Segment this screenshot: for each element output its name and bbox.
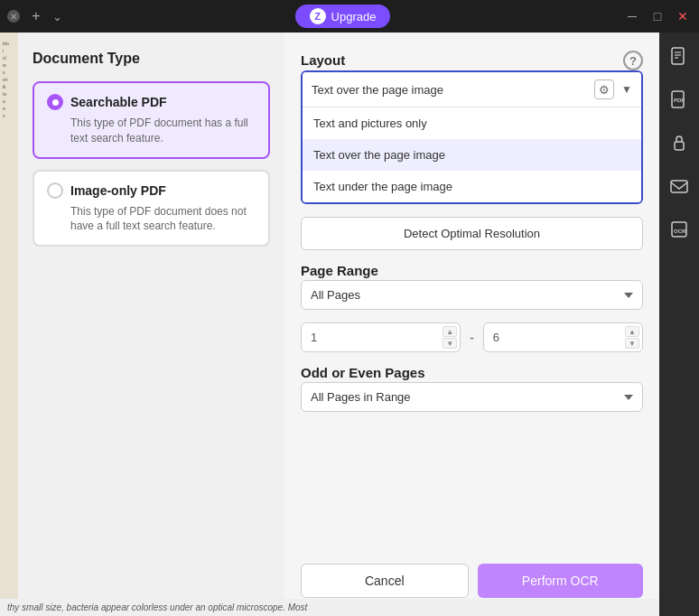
sidebar-pdf-icon[interactable]: PDF	[665, 85, 694, 114]
page-range-select[interactable]: All Pages Custom	[301, 280, 643, 310]
odd-even-section: Odd or Even Pages All Pages in Range Odd…	[301, 365, 643, 412]
range-from-down[interactable]: ▼	[443, 338, 457, 349]
searchable-pdf-label: Searchable PDF	[70, 95, 167, 109]
detect-resolution-button[interactable]: Detect Optimal Resolution	[301, 217, 643, 250]
image-only-pdf-desc: This type of PDF document does not have …	[70, 204, 256, 235]
radio-inner	[52, 99, 59, 106]
close-button[interactable]: ✕	[674, 7, 692, 25]
svg-text:PDF: PDF	[674, 98, 685, 103]
bottom-text: thy small size, bacteria appear colorles…	[0, 599, 659, 616]
svg-rect-0	[672, 48, 684, 64]
sidebar-mail-icon[interactable]	[665, 172, 694, 201]
upgrade-button[interactable]: Z Upgrade	[295, 5, 391, 28]
preview-text: bloislwseniliteaes	[0, 33, 18, 126]
svg-rect-7	[671, 181, 687, 192]
range-to-wrap: ▲ ▼	[483, 322, 643, 352]
odd-even-select[interactable]: All Pages in Range Odd Pages Even Pages	[301, 382, 643, 412]
upgrade-label: Upgrade	[331, 10, 377, 23]
range-from-wrap: ▲ ▼	[301, 322, 461, 352]
image-only-pdf-header: Image-only PDF	[47, 182, 256, 199]
range-from-input[interactable]	[301, 322, 461, 352]
layout-option-text-under[interactable]: Text under the page image	[303, 171, 641, 202]
main-content: bloislwseniliteaes Document Type Searcha…	[0, 33, 699, 616]
searchable-pdf-option[interactable]: Searchable PDF This type of PDF document…	[33, 81, 270, 159]
searchable-radio[interactable]	[47, 94, 63, 110]
perform-ocr-button[interactable]: Perform OCR	[478, 564, 644, 598]
range-from-spinners: ▲ ▼	[443, 326, 457, 349]
range-to-input[interactable]	[483, 322, 643, 352]
layout-dropdown-container: Text over the page image ⚙ ▼ Text and pi…	[301, 70, 643, 204]
range-to-down[interactable]: ▼	[625, 338, 639, 349]
svg-rect-6	[675, 142, 684, 150]
image-only-radio[interactable]	[47, 182, 63, 199]
gear-icon[interactable]: ⚙	[594, 79, 614, 99]
title-bar: ✕ + ⌄ Z Upgrade ─ □ ✕	[0, 0, 699, 33]
page-number-range: ▲ ▼ - ▲ ▼	[301, 322, 643, 352]
page-range-section: Page Range All Pages Custom	[301, 263, 643, 310]
cancel-button[interactable]: Cancel	[301, 564, 469, 598]
document-preview: bloislwseniliteaes	[0, 33, 18, 616]
tab-chevron[interactable]: ⌄	[52, 10, 62, 23]
svg-text:OCR: OCR	[674, 229, 686, 234]
searchable-pdf-header: Searchable PDF	[47, 94, 256, 110]
minimize-button[interactable]: ─	[623, 7, 641, 25]
range-from-up[interactable]: ▲	[443, 326, 457, 337]
left-panel: Document Type Searchable PDF This type o…	[18, 33, 284, 616]
chevron-down-icon: ▼	[621, 83, 632, 96]
panel-title: Document Type	[33, 51, 270, 67]
layout-dropdown-list: Text and pictures only Text over the pag…	[303, 107, 641, 202]
range-to-up[interactable]: ▲	[625, 326, 639, 337]
action-buttons: Cancel Perform OCR	[301, 556, 643, 598]
odd-even-title: Odd or Even Pages	[301, 365, 643, 380]
title-bar-left: ✕ + ⌄	[7, 7, 62, 25]
title-bar-center: Z Upgrade	[295, 5, 391, 28]
sidebar-ocr-icon[interactable]: OCR	[665, 215, 694, 244]
upgrade-logo: Z	[310, 8, 326, 24]
image-only-pdf-label: Image-only PDF	[70, 183, 166, 198]
range-dash: -	[470, 331, 474, 345]
layout-option-text-over[interactable]: Text over the page image	[303, 139, 641, 171]
layout-dropdown-open: Text over the page image ⚙ ▼ Text and pi…	[301, 70, 643, 204]
tab-add-button[interactable]: +	[27, 7, 45, 25]
right-sidebar: PDF OCR	[659, 33, 699, 616]
help-icon[interactable]: ?	[623, 51, 643, 70]
page-range-title: Page Range	[301, 263, 643, 278]
maximize-button[interactable]: □	[648, 7, 666, 25]
layout-dropdown-trigger[interactable]: Text over the page image ⚙ ▼	[303, 72, 641, 107]
layout-header: Layout ?	[301, 51, 643, 70]
right-panel: Layout ? Text over the page image ⚙ ▼ Te…	[284, 33, 659, 616]
layout-title: Layout	[301, 52, 345, 68]
title-bar-right: ─ □ ✕	[623, 7, 692, 25]
dropdown-trigger-right: ⚙ ▼	[594, 79, 632, 99]
sidebar-lock-icon[interactable]	[665, 128, 694, 157]
tab-close-button[interactable]: ✕	[7, 10, 20, 23]
layout-selected-text: Text over the page image	[312, 83, 443, 97]
layout-option-text-pictures[interactable]: Text and pictures only	[303, 107, 641, 139]
sidebar-doc-icon[interactable]	[665, 42, 694, 70]
image-only-pdf-option[interactable]: Image-only PDF This type of PDF document…	[33, 170, 270, 247]
searchable-pdf-desc: This type of PDF document has a full tex…	[70, 116, 256, 146]
range-to-spinners: ▲ ▼	[625, 326, 639, 349]
layout-section: Layout ? Text over the page image ⚙ ▼ Te…	[301, 51, 643, 204]
